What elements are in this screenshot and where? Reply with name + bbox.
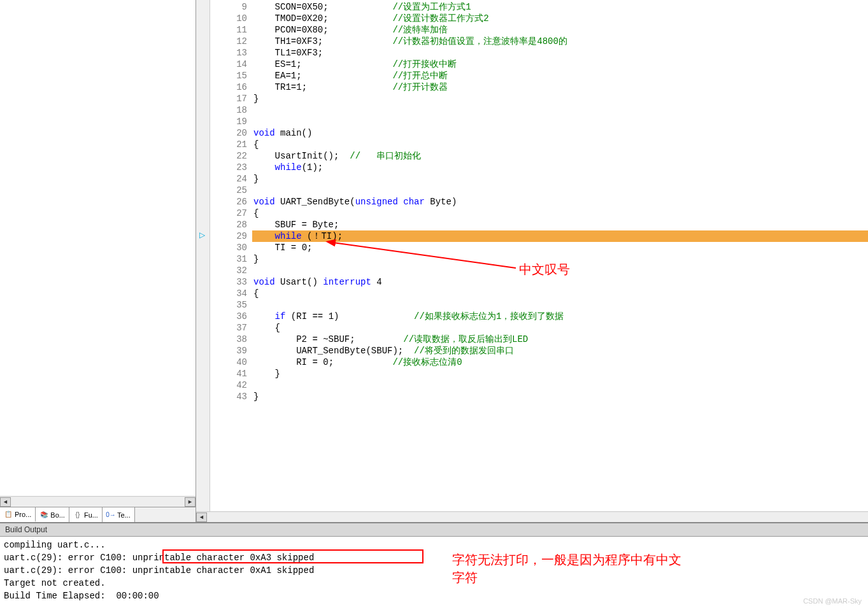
tab-label: Te... bbox=[117, 511, 131, 519]
line-number: 28 bbox=[210, 219, 247, 230]
tab-icon: {} bbox=[73, 511, 82, 520]
code-line-31[interactable]: } bbox=[252, 253, 868, 265]
line-number: 30 bbox=[210, 242, 247, 253]
project-panel: ◄ ► 📋Pro...📚Bo...{}Fu...0→Te... bbox=[0, 0, 196, 522]
code-line-34[interactable]: { bbox=[252, 288, 868, 299]
project-tree-area[interactable]: ◄ ► bbox=[0, 0, 196, 507]
watermark: CSDN @MAR-Sky bbox=[803, 597, 862, 605]
code-line-41[interactable]: } bbox=[252, 368, 868, 379]
line-number: 14 bbox=[210, 59, 247, 70]
line-number: 22 bbox=[210, 150, 247, 162]
code-line-29[interactable]: while (！TI); bbox=[252, 230, 868, 242]
line-number: 31 bbox=[210, 253, 247, 265]
code-line-16[interactable]: TR1=1; //打开计数器 bbox=[252, 81, 868, 93]
tab-icon: 📋 bbox=[4, 510, 13, 519]
tab-label: Bo... bbox=[50, 511, 65, 519]
output-line[interactable]: Target not created. bbox=[4, 577, 864, 590]
code-line-37[interactable]: { bbox=[252, 322, 868, 334]
panel-tabs: 📋Pro...📚Bo...{}Fu...0→Te... bbox=[0, 507, 196, 522]
build-output-panel: Build Output compiling uart.c...uart.c(2… bbox=[0, 522, 868, 604]
code-line-25[interactable] bbox=[252, 185, 868, 196]
panel-tab-te[interactable]: 0→Te... bbox=[103, 507, 135, 522]
code-line-42[interactable] bbox=[252, 379, 868, 391]
code-line-17[interactable]: } bbox=[252, 93, 868, 104]
line-number: 43 bbox=[210, 391, 247, 402]
code-line-26[interactable]: void UART_SendByte(unsigned char Byte) bbox=[252, 196, 868, 208]
line-number: 42 bbox=[210, 379, 247, 391]
tab-label: Fu... bbox=[84, 511, 98, 519]
tab-icon: 0→ bbox=[106, 511, 115, 520]
line-number: 20 bbox=[210, 127, 247, 139]
output-line[interactable]: uart.c(29): error C100: unprintable char… bbox=[4, 564, 864, 577]
code-line-36[interactable]: if (RI == 1) //如果接收标志位为1，接收到了数据 bbox=[252, 311, 868, 322]
code-line-22[interactable]: UsartInit(); // 串口初始化 bbox=[252, 150, 868, 162]
horizontal-scrollbar[interactable]: ◄ ► bbox=[0, 496, 196, 507]
code-line-40[interactable]: RI = 0; //接收标志位清0 bbox=[252, 357, 868, 368]
panel-tab-bo[interactable]: 📚Bo... bbox=[36, 507, 69, 522]
code-line-19[interactable] bbox=[252, 116, 868, 127]
line-number: 40 bbox=[210, 357, 247, 368]
code-line-28[interactable]: SBUF = Byte; bbox=[252, 219, 868, 230]
line-number: 13 bbox=[210, 47, 247, 59]
code-line-9[interactable]: SCON=0X50; //设置为工作方式1 bbox=[252, 1, 868, 13]
output-line[interactable]: Build Time Elapsed: 00:00:00 bbox=[4, 590, 864, 602]
code-line-30[interactable]: TI = 0; bbox=[252, 242, 868, 253]
code-line-18[interactable] bbox=[252, 104, 868, 116]
scroll-track[interactable] bbox=[11, 497, 185, 507]
scroll-right-arrow[interactable]: ► bbox=[185, 497, 196, 507]
code-line-12[interactable]: TH1=0XF3; //计数器初始值设置，注意波特率是4800的 bbox=[252, 36, 868, 47]
line-number: 41 bbox=[210, 368, 247, 379]
line-number: 23 bbox=[210, 162, 247, 173]
panel-tab-pro[interactable]: 📋Pro... bbox=[0, 507, 36, 522]
scroll-left-arrow[interactable]: ◄ bbox=[196, 513, 207, 522]
panel-tab-fu[interactable]: {}Fu... bbox=[69, 507, 103, 522]
code-line-10[interactable]: TMOD=0X20; //设置计数器工作方式2 bbox=[252, 13, 868, 24]
code-line-43[interactable]: } bbox=[252, 391, 868, 402]
code-line-15[interactable]: EA=1; //打开总中断 bbox=[252, 70, 868, 81]
line-number: 24 bbox=[210, 173, 247, 185]
scroll-track[interactable] bbox=[207, 513, 868, 522]
code-line-11[interactable]: PCON=0X80; //波特率加倍 bbox=[252, 24, 868, 36]
code-line-24[interactable]: } bbox=[252, 173, 868, 185]
code-line-32[interactable] bbox=[252, 265, 868, 276]
code-line-35[interactable] bbox=[252, 299, 868, 311]
line-number: 16 bbox=[210, 81, 247, 93]
code-line-27[interactable]: { bbox=[252, 208, 868, 219]
line-number: 25 bbox=[210, 185, 247, 196]
line-number: 29 bbox=[210, 230, 247, 242]
code-line-39[interactable]: UART_SendByte(SBUF); //将受到的数据发回串口 bbox=[252, 345, 868, 357]
output-line[interactable]: compiling uart.c... bbox=[4, 539, 864, 551]
code-line-23[interactable]: while(1); bbox=[252, 162, 868, 173]
line-number: 33 bbox=[210, 276, 247, 288]
line-number: 18 bbox=[210, 104, 247, 116]
line-number: 27 bbox=[210, 208, 247, 219]
output-line[interactable]: uart.c(29): error C100: unprintable char… bbox=[4, 551, 864, 564]
line-number: 32 bbox=[210, 265, 247, 276]
tab-label: Pro... bbox=[15, 511, 31, 518]
code-line-21[interactable]: { bbox=[252, 139, 868, 150]
line-numbers: 9101112131415161718192021222324252627282… bbox=[210, 0, 252, 511]
line-number: 39 bbox=[210, 345, 247, 357]
line-number: 12 bbox=[210, 36, 247, 47]
editor-horizontal-scrollbar[interactable]: ◄ bbox=[196, 511, 868, 522]
code-line-14[interactable]: ES=1; //打开接收中断 bbox=[252, 59, 868, 70]
scroll-left-arrow[interactable]: ◄ bbox=[0, 497, 11, 507]
code-line-38[interactable]: P2 = ~SBUF; //读取数据，取反后输出到LED bbox=[252, 334, 868, 345]
line-number: 17 bbox=[210, 93, 247, 104]
line-number: 11 bbox=[210, 24, 247, 36]
line-number: 19 bbox=[210, 116, 247, 127]
code-line-33[interactable]: void Usart() interrupt 4 bbox=[252, 276, 868, 288]
code-line-20[interactable]: void main() bbox=[252, 127, 868, 139]
line-number: 35 bbox=[210, 299, 247, 311]
line-number: 38 bbox=[210, 334, 247, 345]
build-output-header[interactable]: Build Output bbox=[0, 523, 868, 537]
line-number: 34 bbox=[210, 288, 247, 299]
line-number: 15 bbox=[210, 70, 247, 81]
line-number: 37 bbox=[210, 322, 247, 334]
line-number: 10 bbox=[210, 13, 247, 24]
code-line-13[interactable]: TL1=0XF3; bbox=[252, 47, 868, 59]
editor-gutter[interactable]: ▷ bbox=[196, 0, 210, 511]
build-output-body[interactable]: compiling uart.c...uart.c(29): error C10… bbox=[0, 537, 868, 604]
code-editor: ▷ 91011121314151617181920212223242526272… bbox=[196, 0, 868, 522]
code-text-area[interactable]: SCON=0X50; //设置为工作方式1 TMOD=0X20; //设置计数器… bbox=[252, 0, 868, 511]
